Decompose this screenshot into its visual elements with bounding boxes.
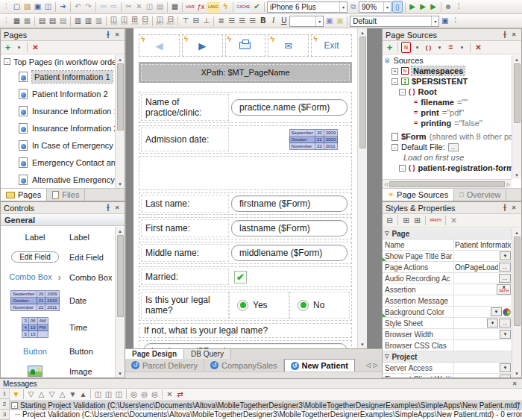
- scroll-down-icon[interactable]: ▼: [118, 180, 122, 188]
- font-size-selector[interactable]: ▾: [289, 16, 324, 27]
- scroll-left-icon[interactable]: ◁: [384, 181, 388, 187]
- pages-scrollbar[interactable]: ▲ ▼: [115, 55, 125, 188]
- copy-message-icon[interactable]: ◫: [93, 389, 103, 400]
- tree-item-form[interactable]: $Form(shared with 8 other pag: [384, 131, 512, 142]
- edit-actions-button[interactable]: ...: [499, 263, 511, 272]
- prop-assertion-message[interactable]: Assertion Message: [383, 295, 512, 307]
- pin-icon[interactable]: ╂: [500, 204, 509, 211]
- prop-audio-recording[interactable]: Audio Recording Ac...: [383, 273, 512, 284]
- chevron-down-icon[interactable]: ▾: [339, 2, 345, 12]
- tree-item-patient-registration-form[interactable]: -( )patient-registration-form="": [384, 163, 512, 173]
- exit-button[interactable]: ϟExit: [311, 34, 352, 57]
- join-cell-below-icon[interactable]: ⊟JOIN: [140, 16, 150, 27]
- tree-item-namespaces[interactable]: +NNamespaces: [384, 66, 512, 76]
- scroll-down-icon[interactable]: ▼: [515, 171, 519, 179]
- section-project[interactable]: ▽Project: [383, 351, 512, 363]
- dropdown-icon[interactable]: ▼: [500, 363, 511, 372]
- edit-button[interactable]: ...: [499, 319, 511, 327]
- collapse-icon[interactable]: -: [399, 89, 406, 95]
- save-all-icon[interactable]: ◫: [43, 1, 53, 13]
- tab-db-query[interactable]: DB Query: [184, 349, 231, 359]
- prop-assertion[interactable]: AssertionXPATH: [383, 284, 512, 295]
- xpath-edit-button[interactable]: XPATH: [497, 284, 511, 295]
- undo-icon[interactable]: ↶: [73, 1, 83, 13]
- edit-xpath-icon[interactable]: XPATH: [429, 215, 442, 226]
- tree-item-default-file[interactable]: -Default File:...: [384, 142, 512, 152]
- scroll-down-icon[interactable]: ▼: [360, 340, 365, 348]
- paste-icon[interactable]: ▤: [155, 1, 165, 13]
- center-vertically-icon[interactable]: ⊟: [191, 16, 201, 27]
- page-item[interactable]: Insurance Information 1: [1, 102, 115, 119]
- align-bottom-icon[interactable]: ⊥: [201, 16, 211, 27]
- align-top-icon[interactable]: ⊤: [180, 16, 190, 27]
- controls-scrollbar[interactable]: ▲ ▼: [115, 227, 125, 377]
- close-icon[interactable]: ✕: [509, 204, 518, 211]
- print-button[interactable]: ϟ: [225, 34, 266, 57]
- page-item[interactable]: Insurance Information 2: [1, 119, 115, 137]
- control-time[interactable]: 305AM 410PM 515 Time: [1, 314, 115, 341]
- control-edit-field[interactable]: Edit FieldEdit Field: [1, 247, 115, 267]
- field-background-color-icon[interactable]: ▣: [335, 16, 345, 27]
- global-variables-icon[interactable]: VAR: [185, 1, 195, 13]
- page-item[interactable]: In Case of Emergency: [1, 137, 115, 154]
- simulate-workflow-icon[interactable]: ▶: [408, 1, 418, 13]
- page-item[interactable]: Alternative Emergency Cor: [1, 171, 115, 188]
- delete-icon[interactable]: ✕: [134, 1, 144, 13]
- close-icon[interactable]: ✕: [509, 31, 518, 38]
- controls-section-general[interactable]: General: [1, 214, 125, 226]
- add-attribute-icon[interactable]: =: [446, 42, 456, 53]
- tree-item-print[interactable]: =print="pdf": [384, 107, 512, 118]
- styles-scrollbar[interactable]: ▲ ▼: [512, 228, 521, 377]
- field-label[interactable]: First name:: [141, 219, 229, 237]
- add-style-rule-icon[interactable]: ⊞: [401, 215, 411, 226]
- close-icon[interactable]: ✕: [510, 380, 519, 387]
- append-style-rule-icon[interactable]: ⊞: [412, 215, 422, 226]
- tab-pages[interactable]: Pages: [1, 189, 47, 201]
- add-element-icon[interactable]: ( ): [424, 42, 433, 53]
- chevron-down-icon[interactable]: ▾: [315, 16, 321, 26]
- close-icon[interactable]: ✕: [113, 204, 122, 211]
- delete-source-icon[interactable]: ✕: [474, 42, 483, 53]
- prop-timeout-client[interactable]: Timeout Client Waiti▼: [383, 374, 512, 377]
- collapse-icon[interactable]: -: [4, 58, 10, 65]
- doctab-companysales[interactable]: ↺CompanySales: [204, 359, 284, 372]
- dropdown-icon[interactable]: ▼: [500, 251, 511, 260]
- add-namespace-dropdown-icon[interactable]: ▾: [412, 42, 422, 53]
- toolbar-overflow-icon[interactable]: ⁞: [454, 1, 464, 13]
- scroll-up-icon[interactable]: ▲: [515, 228, 519, 236]
- next-message-icon[interactable]: ▽: [26, 389, 36, 400]
- design-page[interactable]: ϟ◀ ϟ▶ ϟ ϟ✉ ϟExit XPath: $MT_PageName Nam…: [133, 28, 357, 348]
- copy-all-messages-icon[interactable]: ◫: [104, 389, 113, 400]
- print-icon[interactable]: ▦: [170, 1, 180, 13]
- insert-table-icon[interactable]: ▦: [12, 16, 22, 27]
- canvas-scrollbar[interactable]: ▲ ▼: [357, 28, 367, 348]
- form-row-ifnot[interactable]: If not, what is your legal name?: [139, 323, 352, 338]
- align-center-icon[interactable]: ☰: [237, 16, 247, 27]
- tab-files[interactable]: Files: [47, 189, 85, 201]
- tree-item-root[interactable]: -( )Root: [384, 87, 512, 97]
- table-borders-icon[interactable]: ≣: [216, 16, 226, 27]
- page-title-bar[interactable]: XPath: $MT_PageName: [139, 62, 352, 83]
- chevron-down-icon[interactable]: ▾: [431, 16, 436, 26]
- dropdown-icon[interactable]: ▼: [500, 374, 511, 377]
- delete-column-icon[interactable]: ▥: [94, 16, 104, 27]
- last-message-icon[interactable]: ▼: [68, 389, 78, 400]
- tree-item-sources[interactable]: ※Sources: [384, 55, 512, 66]
- split-cell-vertically-icon[interactable]: ⊟SPLIT: [166, 16, 175, 27]
- styles-tree-view-icon[interactable]: ⊟: [385, 215, 394, 226]
- close-icon[interactable]: ✕: [113, 31, 122, 38]
- field-label[interactable]: Middle name:: [141, 244, 229, 262]
- tree-item-filename[interactable]: =filename="": [384, 97, 512, 107]
- copy-filtered-messages-icon[interactable]: ◫: [114, 389, 124, 400]
- add-attribute-dropdown-icon[interactable]: ▾: [457, 42, 467, 53]
- browse-file-button[interactable]: ...: [448, 143, 459, 151]
- checkbox-checked[interactable]: ✔: [234, 271, 247, 283]
- dropdown-icon[interactable]: ▼: [491, 307, 502, 316]
- collapse-icon[interactable]: -: [392, 144, 398, 151]
- clear-messages-icon[interactable]: ✕: [165, 389, 174, 400]
- forward-button[interactable]: ϟ▶: [182, 34, 223, 57]
- control-image[interactable]: Image: [1, 361, 115, 377]
- text-color-icon[interactable]: ▣: [324, 16, 334, 27]
- email-button[interactable]: ϟ✉: [268, 34, 309, 57]
- scroll-right-icon[interactable]: ▷: [506, 181, 510, 187]
